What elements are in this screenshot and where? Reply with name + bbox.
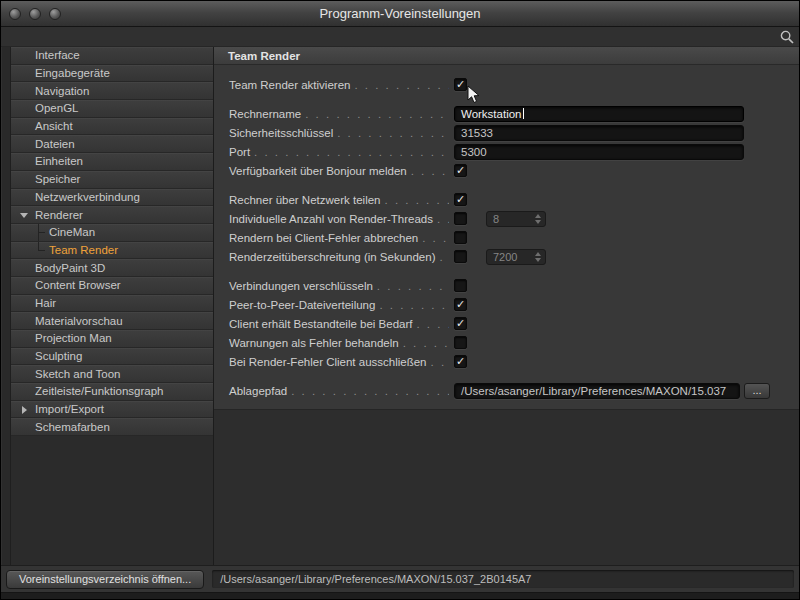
dot-leader <box>379 299 449 311</box>
checkbox-verbindungen-verschluesseln[interactable] <box>454 279 467 292</box>
checkbox-renderzeitueberschreitung[interactable] <box>454 250 467 263</box>
sidebar-item-interface[interactable]: Interface <box>11 47 213 65</box>
checkbox-peer-to-peer[interactable] <box>454 298 467 311</box>
input-rechnername[interactable]: Workstation <box>454 106 744 122</box>
close-button[interactable] <box>9 8 21 20</box>
sidebar-item-hair[interactable]: Hair <box>11 295 213 313</box>
sidebar-item-bodypaint-3d[interactable]: BodyPaint 3D <box>11 259 213 277</box>
dot-leader <box>431 356 449 368</box>
dot-leader <box>337 127 449 139</box>
checkbox-netzwerk-teilen[interactable] <box>454 193 467 206</box>
sidebar-item-zeitleiste-funktionsgraph[interactable]: Zeitleiste/Funktionsgraph <box>11 383 213 401</box>
dot-leader <box>385 194 450 206</box>
row-label: Client erhält Bestandteile bei Bedarf <box>229 318 412 330</box>
pref-row: Individuelle Anzahl von Render-Threads 8 <box>214 209 799 228</box>
panel-title: Team Render <box>214 47 799 65</box>
pref-row: Sicherheitsschlüssel 31533 <box>214 123 799 142</box>
input-sicherheitsschluessel[interactable]: 31533 <box>454 125 744 141</box>
dot-leader <box>437 213 449 225</box>
sidebar-item-projection-man[interactable]: Projection Man <box>11 330 213 348</box>
sidebar-item-renderer[interactable]: Renderer <box>11 206 213 224</box>
spinner-render-threads[interactable]: 8 <box>486 211 546 227</box>
input-ablagepfad[interactable]: /Users/asanger/Library/Preferences/MAXON… <box>454 383 740 399</box>
pref-row: Renderzeitüberschreitung (in Sekunden) 7… <box>214 247 799 266</box>
preferences-window: Programm-Voreinstellungen Interface Eing… <box>0 0 800 600</box>
sidebar-empty-area <box>11 436 213 565</box>
titlebar: Programm-Voreinstellungen <box>1 1 799 27</box>
pref-row: Warnungen als Fehler behandeln <box>214 333 799 352</box>
window-controls <box>9 8 61 20</box>
sidebar-item-netzwerkverbindung[interactable]: Netzwerkverbindung <box>11 189 213 207</box>
row-label: Rechner über Netzwerk teilen <box>229 194 381 206</box>
checkbox-client-fehler-abbrechen[interactable] <box>454 231 467 244</box>
settings-rows: Team Render aktivieren Rechnername Works… <box>214 65 799 410</box>
window-bottom-edge <box>1 592 799 599</box>
sidebar-item-einheiten[interactable]: Einheiten <box>11 153 213 171</box>
checkbox-render-threads[interactable] <box>454 212 467 225</box>
pref-row: Rechner über Netzwerk teilen <box>214 190 799 209</box>
sidebar-item-eingabegeraete[interactable]: Eingabegeräte <box>11 65 213 83</box>
disclosure-open-icon[interactable] <box>20 213 28 218</box>
sidebar-item-cineman[interactable]: CineMan <box>11 224 213 242</box>
row-label: Individuelle Anzahl von Render-Threads <box>229 213 433 225</box>
pref-row: Rechnername Workstation <box>214 104 799 123</box>
dot-leader <box>354 79 449 91</box>
dot-leader <box>439 251 449 263</box>
sidebar-item-materialvorschau[interactable]: Materialvorschau <box>11 312 213 330</box>
row-label: Port <box>229 146 250 158</box>
sidebar-item-content-browser[interactable]: Content Browser <box>11 277 213 295</box>
row-label: Peer-to-Peer-Dateiverteilung <box>229 299 375 311</box>
sidebar-gutter <box>1 47 11 565</box>
spinner-renderzeitueberschreitung[interactable]: 7200 <box>486 249 546 265</box>
pref-row: Team Render aktivieren <box>214 75 799 94</box>
row-label: Team Render aktivieren <box>229 79 350 91</box>
pref-row: Client erhält Bestandteile bei Bedarf <box>214 314 799 333</box>
checkbox-client-ausschliessen[interactable] <box>454 355 467 368</box>
category-sidebar: Interface Eingabegeräte Navigation OpenG… <box>1 47 214 565</box>
sidebar-item-ansicht[interactable]: Ansicht <box>11 118 213 136</box>
dot-leader <box>422 232 449 244</box>
minimize-button[interactable] <box>29 8 41 20</box>
pref-row: Bei Render-Fehler Client ausschließen <box>214 352 799 371</box>
dot-leader <box>254 146 449 158</box>
row-label: Ablagepfad <box>229 385 287 397</box>
sidebar-item-sculpting[interactable]: Sculpting <box>11 348 213 366</box>
sidebar-item-navigation[interactable]: Navigation <box>11 82 213 100</box>
row-label: Verfügbarkeit über Bonjour melden <box>229 165 407 177</box>
pref-row: Rendern bei Client-Fehler abbrechen <box>214 228 799 247</box>
dot-leader <box>403 337 449 349</box>
sidebar-item-opengl[interactable]: OpenGL <box>11 100 213 118</box>
sidebar-item-sketch-and-toon[interactable]: Sketch and Toon <box>11 365 213 383</box>
dot-leader <box>291 385 449 397</box>
checkbox-bonjour-melden[interactable] <box>454 164 467 177</box>
window-title: Programm-Voreinstellungen <box>1 6 799 21</box>
pref-row: Verfügbarkeit über Bonjour melden <box>214 161 799 180</box>
checkbox-team-render-aktivieren[interactable] <box>454 78 467 91</box>
row-label: Rechnername <box>229 108 301 120</box>
sidebar-item-import-export[interactable]: Import/Export <box>11 401 213 419</box>
browse-button[interactable]: ... <box>744 383 770 399</box>
checkbox-bestandteile-bei-bedarf[interactable] <box>454 317 467 330</box>
pref-row: Port 5300 <box>214 142 799 161</box>
row-label: Sicherheitsschlüssel <box>229 127 333 139</box>
sidebar-item-team-render[interactable]: Team Render <box>11 242 213 260</box>
dot-leader <box>411 165 449 177</box>
row-label: Rendern bei Client-Fehler abbrechen <box>229 232 418 244</box>
disclosure-closed-icon[interactable] <box>22 406 27 414</box>
pref-row: Peer-to-Peer-Dateiverteilung <box>214 295 799 314</box>
pref-row: Ablagepfad /Users/asanger/Library/Prefer… <box>214 381 799 400</box>
sidebar-item-schemafarben[interactable]: Schemafarben <box>11 418 213 436</box>
search-icon[interactable] <box>780 30 794 44</box>
zoom-button[interactable] <box>49 8 61 20</box>
category-list: Interface Eingabegeräte Navigation OpenG… <box>11 47 213 565</box>
checkbox-warnungen-als-fehler[interactable] <box>454 336 467 349</box>
sidebar-item-speicher[interactable]: Speicher <box>11 171 213 189</box>
input-port[interactable]: 5300 <box>454 144 744 160</box>
row-label: Verbindungen verschlüsseln <box>229 280 373 292</box>
open-preferences-folder-button[interactable]: Voreinstellungsverzeichnis öffnen... <box>6 570 204 589</box>
dot-leader <box>305 108 449 120</box>
footer-bar: Voreinstellungsverzeichnis öffnen... /Us… <box>1 565 799 592</box>
sidebar-item-dateien[interactable]: Dateien <box>11 135 213 153</box>
spinner-arrows-icon <box>535 252 541 262</box>
text-caret <box>523 108 524 119</box>
